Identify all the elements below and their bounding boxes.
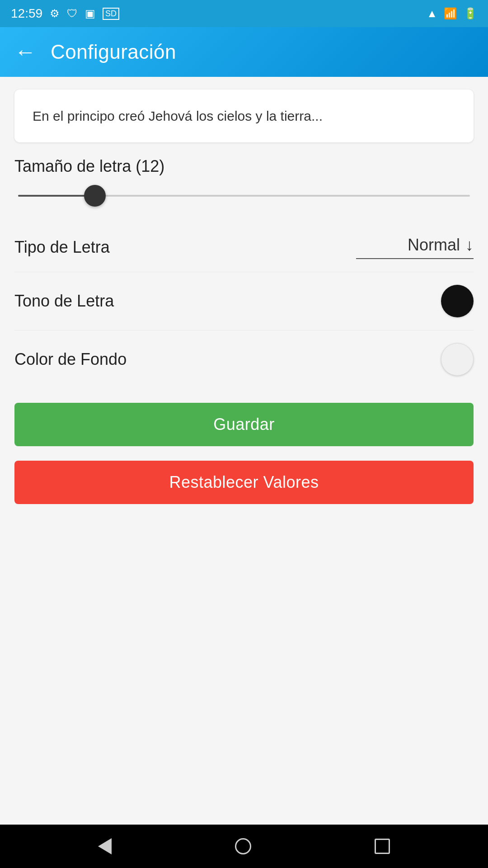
font-tone-label: Tono de Letra (14, 292, 114, 311)
battery-icon: 🔋 (464, 7, 477, 20)
font-size-section: Tamaño de letra (12) (14, 157, 474, 208)
status-bar: 12:59 ⚙ 🛡 ▣ SD ▲ 📶 🔋 (0, 0, 488, 27)
signal-icon: 📶 (444, 7, 457, 20)
save-button[interactable]: Guardar (14, 403, 474, 446)
back-nav-button[interactable] (98, 838, 112, 854)
slider-wrapper (18, 187, 470, 205)
font-type-value: Normal (408, 236, 460, 255)
preview-text: En el principo creó Jehová los cielos y … (33, 108, 323, 123)
shield-icon: 🛡 (67, 7, 78, 20)
recent-nav-icon (375, 839, 390, 854)
status-right: ▲ 📶 🔋 (427, 7, 477, 20)
content-area: En el principo creó Jehová los cielos y … (0, 77, 488, 825)
status-time: 12:59 (11, 6, 42, 21)
reset-button[interactable]: Restablecer Valores (14, 461, 474, 504)
font-size-label: Tamaño de letra (12) (14, 157, 474, 176)
back-button[interactable]: ← (14, 41, 36, 63)
recent-nav-button[interactable] (375, 839, 390, 854)
chevron-down-icon: ↓ (465, 237, 474, 253)
font-tone-row: Tono de Letra (14, 272, 474, 330)
settings-section: Tipo de Letra Normal ↓ Tono de Letra Col… (14, 223, 474, 388)
bg-color-control (441, 343, 474, 376)
preview-box: En el principo creó Jehová los cielos y … (14, 90, 474, 142)
wifi-icon: ▲ (427, 7, 437, 20)
slider-container (14, 183, 474, 208)
bg-color-picker[interactable] (441, 343, 474, 376)
font-type-control: Normal ↓ (356, 236, 474, 259)
bg-color-label: Color de Fondo (14, 350, 127, 369)
font-type-row: Tipo de Letra Normal ↓ (14, 223, 474, 272)
font-tone-color-picker[interactable] (441, 285, 474, 317)
status-left: 12:59 ⚙ 🛡 ▣ SD (11, 6, 119, 21)
page-title: Configuración (51, 41, 176, 63)
font-type-label: Tipo de Letra (14, 238, 110, 257)
settings-icon: ⚙ (50, 7, 60, 20)
font-tone-control (441, 285, 474, 317)
back-nav-icon (98, 838, 112, 854)
bg-color-row: Color de Fondo (14, 330, 474, 388)
nav-bar (0, 825, 488, 868)
sd-icon: SD (103, 8, 119, 20)
home-nav-button[interactable] (235, 838, 251, 854)
square-icon: ▣ (85, 7, 95, 20)
home-nav-icon (235, 838, 251, 854)
app-bar: ← Configuración (0, 27, 488, 77)
font-type-dropdown[interactable]: Normal ↓ (356, 236, 474, 259)
